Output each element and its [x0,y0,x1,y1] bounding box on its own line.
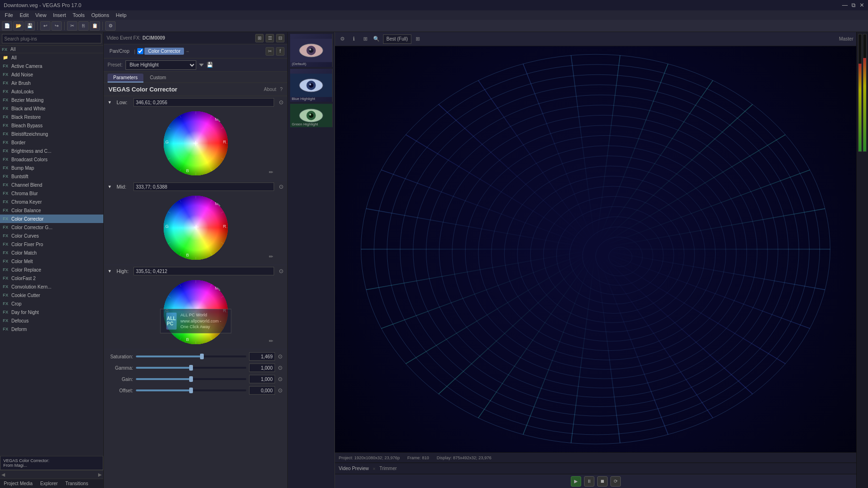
stop-btn[interactable]: ⏹ [597,476,608,487]
close-btn[interactable]: ✕ [860,2,864,8]
tab-explorer[interactable]: Explorer [36,479,61,488]
fx-item-bezier[interactable]: FX Bezier Masking [0,96,103,104]
menu-edit[interactable]: Edit [17,12,32,18]
low-value-input[interactable] [134,98,274,107]
saturation-value[interactable] [249,352,275,361]
fx-item-channel-blend[interactable]: FX Channel Blend [0,181,103,189]
preview-grid-icon[interactable]: ⊞ [413,34,423,44]
pause-btn[interactable]: ⏸ [584,476,594,487]
minimize-btn[interactable]: — [842,2,848,8]
mid-reset-btn[interactable]: ⊙ [279,183,284,190]
tab-custom[interactable]: Custom [144,74,172,83]
gain-track[interactable] [136,378,246,380]
cc-help-btn[interactable]: ? [280,87,283,92]
copy-btn[interactable]: ⎘ [78,21,89,31]
vef-tile-btn[interactable]: ⊟ [276,34,284,42]
fx-list-container[interactable]: 📁 All FX Active Camera FX Add Noise FX A… [0,53,103,456]
preview-info-icon[interactable]: ℹ [349,34,359,44]
fx-item-autolooks[interactable]: FX AutoLooks [0,87,103,96]
low-reset-btn[interactable]: ⊙ [279,99,284,106]
play-btn[interactable]: ▶ [571,476,581,487]
fx-item-defocus[interactable]: FX Defocus [0,316,103,325]
saturation-track[interactable] [136,356,246,357]
tab-video-preview[interactable]: Video Preview [339,466,369,471]
tab-project-media[interactable]: Project Media [0,479,36,488]
vef-grid-btn[interactable]: ⊞ [255,34,264,42]
fx-item-brightness[interactable]: FX Brightness and C... [0,147,103,155]
menu-options[interactable]: Options [89,12,112,18]
tab-parameters[interactable]: Parameters [108,74,143,83]
fx-item-color-curves[interactable]: FX Color Curves [0,232,103,240]
fx-item-colorfast[interactable]: FX ColorFast 2 [0,274,103,282]
fx-item-active-camera[interactable]: FX Active Camera [0,62,103,70]
fx-item-color-match[interactable]: FX Color Match [0,248,103,257]
fx-chain-scissor[interactable]: ✂ [266,47,274,56]
scroll-right-btn[interactable]: ▶ [98,472,102,477]
fx-item-color-replace[interactable]: FX Color Replace [0,265,103,274]
preset-save-icon[interactable]: 💾 [207,62,213,68]
menu-file[interactable]: File [2,12,16,18]
loop-btn[interactable]: ⟳ [610,476,621,487]
fx-item-broadcast[interactable]: FX Broadcast Colors [0,155,103,164]
cc-content[interactable]: ▼ Low: ⊙ ✏ [104,96,287,488]
offset-value[interactable] [249,386,275,395]
settings-btn[interactable]: ⚙ [105,21,116,31]
pan-crop-btn[interactable]: Pan/Crop [107,48,132,55]
fx-item-color-balance[interactable]: FX Color Balance [0,206,103,215]
color-corrector-checkbox[interactable] [137,48,143,54]
tab-transitions[interactable]: Transitions [61,479,92,488]
preset-select[interactable]: Blue Highlight Green Highlight Red Highl… [125,60,196,70]
fx-item-color-melt[interactable]: FX Color Melt [0,257,103,265]
fx-chain-fx[interactable]: f [276,47,284,56]
tab-trimmer[interactable]: Trimmer [379,466,397,471]
preview-settings-icon[interactable]: ⚙ [338,34,347,44]
fx-item-day-for-night[interactable]: FX Day for Night [0,308,103,316]
preview-crop-icon[interactable]: ⊞ [360,34,370,44]
open-btn[interactable]: 📂 [13,21,24,31]
fx-item-cookie[interactable]: FX Cookie Cutter [0,291,103,299]
fx-item-bleistift[interactable]: FX Bleistiftzeichnung [0,130,103,138]
high-value-input[interactable] [134,267,274,275]
redo-btn[interactable]: ↪ [51,21,62,31]
low-header[interactable]: ▼ Low: ⊙ [104,96,287,108]
offset-reset[interactable]: ⊙ [278,387,283,394]
mid-crosshair[interactable] [194,225,199,230]
thumb-blue-highlight[interactable]: Blue Highlight [290,69,333,102]
mid-edit-icon[interactable]: ✏ [269,254,273,260]
saturation-reset[interactable]: ⊙ [278,353,283,360]
offset-thumb[interactable] [189,388,193,393]
fx-item-black-restore[interactable]: FX Black Restore [0,113,103,121]
color-corrector-chain-btn[interactable]: Color Corrector [144,48,184,55]
gamma-thumb[interactable] [189,365,193,371]
fx-item-crop[interactable]: FX Crop [0,299,103,308]
fx-item-bw[interactable]: FX Black and White [0,104,103,113]
fx-item-color-fixer[interactable]: FX Color Fixer Pro [0,240,103,248]
fx-item-color-corrector[interactable]: FX Color Corrector [0,215,103,223]
gamma-track[interactable] [136,367,246,369]
fx-item-color-corrector-g[interactable]: FX Color Corrector G... [0,223,103,232]
new-btn[interactable]: 📄 [2,21,12,31]
scroll-left-btn[interactable]: ◀ [1,472,5,477]
undo-btn[interactable]: ↩ [40,21,50,31]
fx-item-chroma-blur[interactable]: FX Chroma Blur [0,189,103,198]
menu-help[interactable]: Help [113,12,129,18]
fx-item-bump-map[interactable]: FX Bump Map [0,164,103,172]
high-reset-btn[interactable]: ⊙ [279,268,284,274]
saturation-thumb[interactable] [200,354,204,359]
thumb-default[interactable]: (Default) [290,34,333,67]
save-btn[interactable]: 💾 [25,21,35,31]
cc-about-btn[interactable]: About [264,87,276,92]
cut-btn[interactable]: ✂ [67,21,77,31]
gain-thumb[interactable] [189,376,193,382]
maximize-btn[interactable]: ⧉ [851,2,856,8]
gamma-reset[interactable]: ⊙ [278,364,283,371]
preset-arrow[interactable] [199,64,204,66]
fx-item-add-noise[interactable]: FX Add Noise [0,70,103,79]
menu-tools[interactable]: Tools [70,12,88,18]
search-input[interactable] [2,34,101,43]
gain-value[interactable] [249,375,275,383]
fx-item-chroma-keyer[interactable]: FX Chroma Keyer [0,198,103,206]
thumb-green-highlight[interactable]: Green Highlight [290,104,333,127]
fx-item-air-brush[interactable]: FX Air Brush [0,79,103,87]
fx-item-convolution[interactable]: FX Convolution Kern... [0,282,103,291]
